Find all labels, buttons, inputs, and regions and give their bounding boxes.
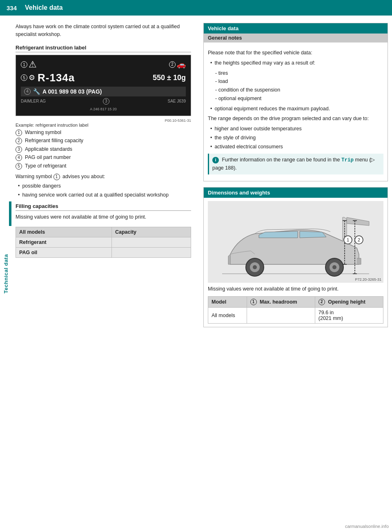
col-models: All models	[16, 227, 112, 237]
circle2-th: 2	[318, 299, 325, 305]
dim-col-headroom: 1 Max. headroom	[247, 296, 315, 307]
car-svg: 1 2	[208, 201, 383, 283]
car-image-container: 1 2 P72.20-3265-31	[208, 201, 383, 283]
range-bullet-item: higher and lower outside temperatures	[210, 125, 383, 133]
header-title: Vehicle data	[25, 4, 63, 11]
item-text: Refrigerant filling capacity	[25, 137, 83, 145]
svg-text:2: 2	[358, 237, 360, 242]
page-number: 334	[7, 4, 17, 11]
intro-text: Always have work on the climate control …	[16, 23, 191, 39]
info-icon: i	[212, 157, 219, 163]
circle1-th: 1	[250, 299, 257, 305]
dash-item: optional equipment	[215, 95, 383, 103]
svg-point-6	[332, 265, 336, 269]
warn-bullet-text: having service work carried out at a qua…	[22, 191, 169, 199]
right-column: Vehicle data General notes Please note t…	[203, 23, 388, 528]
row-value-refrigerant	[111, 237, 191, 247]
label-row2: 5 ⚙ R-134a 550 ± 10g	[21, 72, 186, 84]
sidebar: Technical data	[0, 16, 11, 532]
label-row1: 1 ⚠ 2 🚗	[21, 59, 186, 70]
sidebar-label: Technical data	[3, 254, 9, 293]
range-bullet-text: higher and lower outside temperatures	[214, 125, 301, 133]
item-circle: 1	[16, 130, 22, 136]
num-item: 1Warning symbol	[16, 129, 191, 136]
table-row-refrigerant: Refrigerant	[16, 237, 191, 247]
num-item: 2Refrigerant filling capacity	[16, 137, 191, 145]
item-text: Type of refrigerant	[25, 163, 66, 170]
dash-item: condition of the suspension	[215, 86, 383, 94]
svg-point-3	[253, 265, 257, 269]
numbered-list: 1Warning symbol2Refrigerant filling capa…	[16, 129, 191, 170]
item-text: Applicable standards	[25, 146, 72, 153]
range-bullet-list: higher and lower outside temperaturesthe…	[210, 125, 383, 150]
dash-item: tires	[215, 69, 383, 77]
item-circle: 2	[16, 138, 22, 144]
vehicle-data-section: Vehicle data General notes Please note t…	[203, 23, 388, 181]
col-capacity: Capacity	[111, 227, 191, 237]
info-text: Further information on the range can be …	[222, 157, 340, 163]
range-bullet-item: activated electrical consumers	[210, 143, 383, 151]
num-item: 3Applicable standards	[16, 146, 191, 153]
range-bullet-text: the style of driving	[214, 134, 256, 142]
range-bullet-item: the style of driving	[210, 134, 383, 142]
warning-icon: ⚠	[29, 59, 37, 70]
dimensions-header: Dimensions and weights	[204, 188, 388, 198]
circle1: 1	[21, 61, 27, 68]
filling-section-heading: Filling capacities	[16, 203, 191, 211]
capacity-text: 550 ± 10g	[153, 74, 186, 82]
trip-text: Trip	[341, 157, 354, 163]
label-row4: DAIMLER AG 3 SAE J639	[21, 98, 186, 105]
label-row3: 4 🔧 A 001 989 08 03 (PAG)	[21, 87, 186, 96]
item-circle: 5	[16, 163, 22, 170]
circle3: 3	[103, 98, 109, 105]
row-value-pagoil	[111, 247, 191, 257]
dim-opening-val: 79.6 in(2021 mm)	[315, 307, 383, 323]
dimensions-body: 1 2 P72.20-3265-31 Missing values were n…	[204, 198, 388, 327]
dim-headroom-val	[247, 307, 315, 323]
oil-icon: 🔧	[33, 88, 40, 95]
refrigerant-section-heading: Refrigerant instruction label	[16, 45, 191, 52]
payload-text: optional equipment reduces the maximum p…	[214, 105, 330, 113]
dim-col-model: Model	[208, 296, 247, 307]
filling-table: All models Capacity Refrigerant PAG oil	[16, 227, 191, 258]
dim-table-row-allmodels: All models 79.6 in(2021 mm)	[208, 307, 383, 323]
warn-bullet-item: possible dangers	[18, 182, 191, 190]
warn-bullet-item: having service work carried out at a qua…	[18, 191, 191, 199]
dimensions-section: Dimensions and weights	[203, 187, 388, 327]
daimler-text: DAIMLER AG	[21, 99, 46, 103]
warn-circle: 1	[53, 174, 60, 180]
sidebar-bar	[9, 201, 11, 226]
vehicle-data-body: Please note that for the specified vehic…	[204, 46, 388, 181]
warn-bullet-list: possible dangershaving service work carr…	[18, 182, 191, 199]
gear-icon: ⚙	[29, 73, 35, 82]
label-caption: Example: refrigerant instruction label	[16, 123, 191, 127]
watermark: carmanualsonline.info	[345, 524, 389, 529]
filling-intro: Missing values were not available at tim…	[16, 213, 191, 221]
refrigerant-code: R-134a	[38, 72, 153, 84]
dim-model-label: All models	[208, 307, 247, 323]
circle5: 5	[21, 74, 27, 81]
item-text: PAG oil part number	[25, 154, 71, 161]
general-notes-header: General notes	[204, 34, 388, 42]
warn-bullet-text: possible dangers	[22, 182, 61, 190]
num-item: 4PAG oil part number	[16, 154, 191, 161]
sae-text: SAE J639	[168, 99, 186, 103]
part-ref-row: A 246 817 15 20	[21, 105, 186, 112]
main-content: Always have work on the climate control …	[11, 16, 392, 532]
dim-missing-text: Missing values were not available at tim…	[208, 285, 383, 293]
main-bullet-list: the heights specified may vary as a resu…	[210, 59, 383, 67]
svg-text:1: 1	[347, 237, 349, 242]
item-text: Warning symbol	[25, 129, 61, 136]
dash-item: load	[215, 78, 383, 85]
heights-bullet: the heights specified may vary as a resu…	[210, 59, 383, 67]
circle2: 2	[169, 61, 176, 68]
part-ref: A 246 817 15 20	[90, 107, 117, 111]
vehicle-data-header: Vehicle data	[204, 23, 388, 34]
range-bullet-text: activated electrical consumers	[214, 143, 283, 151]
vehicle-data-intro: Please note that for the specified vehic…	[208, 49, 383, 57]
item-circle: 3	[16, 146, 22, 153]
range-text: The range depends on the drive program s…	[208, 115, 383, 123]
info-box: i Further information on the range can b…	[208, 154, 383, 174]
table-row-pagoil: PAG oil	[16, 247, 191, 257]
car-image-ref: P72.20-3265-31	[355, 277, 381, 282]
